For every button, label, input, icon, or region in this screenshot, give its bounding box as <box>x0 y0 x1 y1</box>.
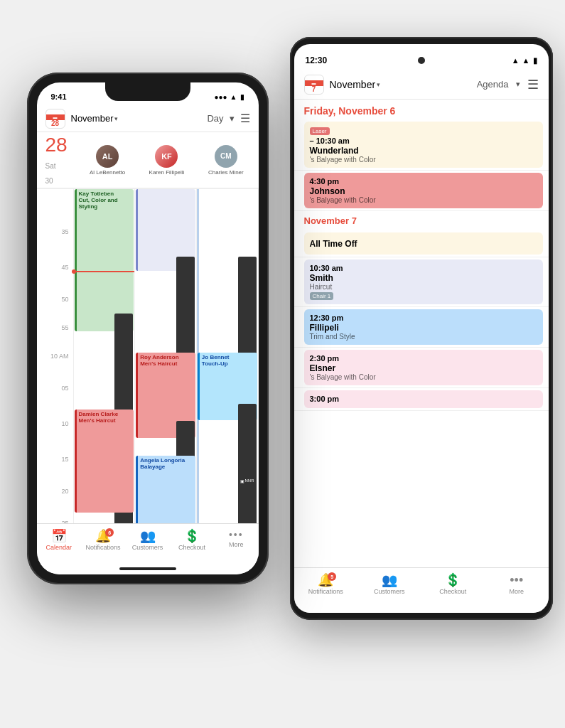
agenda-card-johnson: 4:30 pm Johnson 's Balyage with Color <box>304 173 543 208</box>
scene: 12:30 ▲ ▲ ▮ ▬ 7 November ▾ Agenda ▾ ☰ <box>13 16 553 712</box>
camera-cutout <box>418 57 425 64</box>
tab-label-customers: Customers <box>132 544 163 551</box>
view-label-phone2[interactable]: Agenda <box>477 79 509 90</box>
avatar-al: AL <box>96 145 119 168</box>
staff-col-charles: ▣NNR Jo Bennet Touch-Up ▣NNR <box>197 189 259 559</box>
tab-notifications-phone1[interactable]: 🔔 6 Notifications <box>81 530 125 551</box>
home-indicator <box>119 567 176 570</box>
tab-label-checkout-phone2: Checkout <box>439 588 466 595</box>
tab-calendar-phone1[interactable]: 📅 Calendar <box>37 530 81 551</box>
date-header-nov7: November 7 <box>294 211 549 230</box>
agenda-card-timeoff: All Time Off <box>304 232 543 255</box>
apt-service: Balayage <box>140 464 193 470</box>
apt-damien-clarke[interactable]: Damien Clarke Men's Haircut <box>75 410 134 513</box>
calendar-grid: 35 45 50 55 10 AM 05 10 15 20 25 <box>37 189 259 559</box>
time-label-10am: 10 AM <box>50 353 69 360</box>
battery-icon: ▮ <box>533 56 537 65</box>
month-label-phone1[interactable]: November <box>71 113 114 124</box>
apt-service: Men's Haircut <box>79 417 132 424</box>
status-icons-phone2: ▲ ▲ ▮ <box>512 56 537 65</box>
avatar-charles: CM <box>215 145 237 168</box>
apt-name: Damien Clarke <box>79 411 132 417</box>
view-chevron-phone2[interactable]: ▾ <box>516 80 520 89</box>
tab-customers-phone2[interactable]: 👥 Customers <box>357 574 421 595</box>
nav-right-phone2: Agenda ▾ ☰ <box>477 77 539 92</box>
phone1-iphone: 9:41 ●●● ▲ ▮ ▬ 28 November ▾ Day ▾ ☰ <box>27 73 269 584</box>
tab-label-customers-phone2: Customers <box>374 588 405 595</box>
nav-right-phone1: Day ▾ ☰ <box>207 112 249 125</box>
apt-service: Men's Haircut <box>140 360 193 367</box>
view-chevron-phone1[interactable]: ▾ <box>230 113 235 124</box>
tab-notifications-phone2[interactable]: 🔔 5 Notifications <box>294 574 358 595</box>
avatar-karen: KF <box>155 145 178 168</box>
staff-col-karen: ▣NNR Roy Anderson Men's Haircut ▣NNR <box>135 189 197 559</box>
calendar-icon-phone1: ▬ 28 <box>45 109 65 129</box>
staff-avatar-karen[interactable]: KF Karen Fillipelli <box>142 145 190 176</box>
apt-kay-totleben[interactable]: Kay Totleben Cut, Color and Styling <box>75 189 134 331</box>
agenda-card-3pm: 3:00 pm <box>304 390 543 408</box>
tab-label-more: More <box>229 541 244 548</box>
checkout-tab-icon: 💲 <box>184 530 200 542</box>
current-time-line <box>74 271 135 272</box>
apt-name: Angela Longoria <box>140 457 193 464</box>
tab-checkout-phone2[interactable]: 💲 Checkout <box>421 574 485 595</box>
signal-icon-phone1: ●●● <box>214 93 227 101</box>
agenda-item-smith[interactable]: 10:30 am Smith Haircut Chair 1 <box>294 257 549 307</box>
customers-tab-icon: 👥 <box>140 530 156 542</box>
time-phone1: 9:41 <box>51 92 67 101</box>
phone2-screen: 12:30 ▲ ▲ ▮ ▬ 7 November ▾ Agenda ▾ ☰ <box>294 44 549 613</box>
month-label-phone2[interactable]: November <box>330 79 376 90</box>
staff-col-al: Kay Totleben Cut, Color and Styling ▣NNR <box>74 189 136 559</box>
tab-customers-phone1[interactable]: 👥 Customers <box>125 530 169 551</box>
apt-name: Kay Totleben <box>79 191 132 197</box>
customers-icon-phone2: 👥 <box>382 574 397 587</box>
date-staff-container: 28 Sat 30 AL Al LeBennetto KF Karen Fill… <box>37 132 259 189</box>
tab-checkout-phone1[interactable]: 💲 Checkout <box>170 530 214 551</box>
time-label-05: 05 <box>61 385 68 392</box>
calendar-icon-phone2: ▬ 7 <box>304 75 324 95</box>
battery-icon-phone1: ▮ <box>240 93 244 101</box>
status-icons-phone1: ●●● ▲ ▮ <box>214 93 244 101</box>
apt-service: Touch-Up <box>202 360 255 367</box>
staff-row: AL Al LeBennetto KF Karen Fillipelli CM … <box>75 132 259 188</box>
more-icon-phone2: ••• <box>510 574 523 587</box>
agenda-item-elsner[interactable]: 2:30 pm Elsner 's Balyage with Color <box>294 348 549 388</box>
menu-icon-phone1[interactable]: ☰ <box>240 112 250 125</box>
tab-more-phone1[interactable]: ••• More <box>214 530 258 548</box>
agenda-item-wunderland[interactable]: Laser – 10:30 am Wunderland 's Balyage w… <box>294 119 549 171</box>
tab-label-calendar: Calendar <box>45 544 72 551</box>
agenda-item-3pm[interactable]: 3:00 pm <box>294 388 549 411</box>
tab-bar-phone1: 📅 Calendar 🔔 6 Notifications 👥 Customers… <box>37 523 259 574</box>
time-column: 35 45 50 55 10 AM 05 10 15 20 25 <box>37 189 74 559</box>
agenda-time-spacer <box>294 119 304 170</box>
agenda-list: Laser – 10:30 am Wunderland 's Balyage w… <box>294 119 549 582</box>
tab-more-phone2[interactable]: ••• More <box>485 574 549 595</box>
time-label-50: 50 <box>61 296 68 303</box>
phone1-screen: 9:41 ●●● ▲ ▮ ▬ 28 November ▾ Day ▾ ☰ <box>37 82 259 574</box>
staff-avatar-charles[interactable]: CM Charles Miner <box>202 145 250 176</box>
agenda-card-wunderland: Laser – 10:30 am Wunderland 's Balyage w… <box>304 122 543 168</box>
month-chevron-phone2[interactable]: ▾ <box>377 81 380 88</box>
current-time-dot <box>72 269 76 274</box>
month-chevron-phone1[interactable]: ▾ <box>114 115 118 122</box>
agenda-card-smith: 10:30 am Smith Haircut Chair 1 <box>304 259 543 304</box>
agenda-item-johnson[interactable]: 4:30 pm Johnson 's Balyage with Color <box>294 171 549 211</box>
staff-avatar-al[interactable]: AL Al LeBennetto <box>83 145 131 176</box>
agenda-item-timeoff[interactable]: All Time Off <box>294 230 549 257</box>
tab-label-more-phone2: More <box>509 588 524 595</box>
menu-icon-phone2[interactable]: ☰ <box>527 77 539 92</box>
nav-bar-phone2: ▬ 7 November ▾ Agenda ▾ ☰ <box>294 70 549 100</box>
notifications-tab-icon: 🔔 6 <box>95 530 111 542</box>
date-column: 28 Sat 30 <box>37 132 75 188</box>
agenda-card-elsner: 2:30 pm Elsner 's Balyage with Color <box>304 350 543 385</box>
tab-label-checkout: Checkout <box>178 544 205 551</box>
phone2-android: 12:30 ▲ ▲ ▮ ▬ 7 November ▾ Agenda ▾ ☰ <box>290 37 553 620</box>
agenda-item-fillipeli[interactable]: 12:30 pm Fillipeli Trim and Style <box>294 307 549 348</box>
wifi-icon-phone1: ▲ <box>230 93 237 101</box>
view-label-phone1[interactable]: Day <box>207 113 223 124</box>
apt-name: Jo Bennet <box>202 354 255 360</box>
tab-label-notifications: Notifications <box>86 544 121 551</box>
signal-icon: ▲ <box>512 56 520 65</box>
checkout-icon-phone2: 💲 <box>445 574 461 587</box>
tab-label-notifications-phone2: Notifications <box>308 588 343 595</box>
